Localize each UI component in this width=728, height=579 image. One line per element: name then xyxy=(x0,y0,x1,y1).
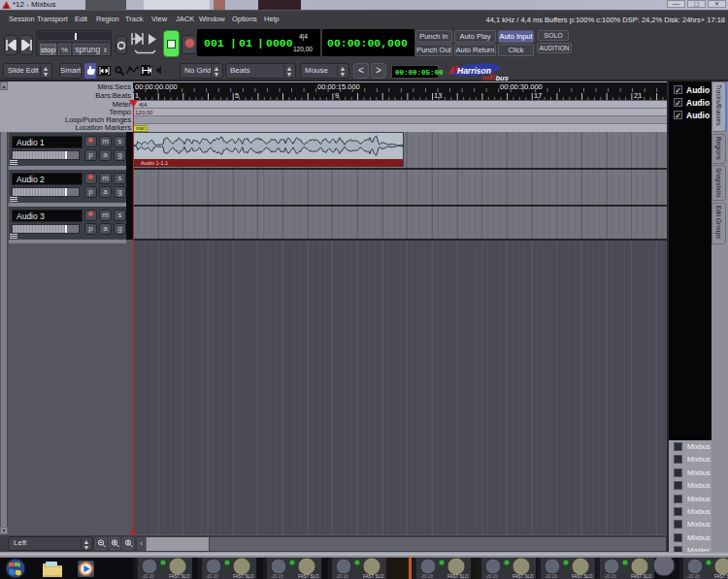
svg-text:-20 20: -20 20 xyxy=(271,574,283,579)
svg-text:FAST SLO: FAST SLO xyxy=(513,574,534,579)
svg-text:-20 20: -20 20 xyxy=(206,574,218,579)
svg-text:-20 20: -20 20 xyxy=(420,574,433,579)
svg-text:-20 20: -20 20 xyxy=(142,574,154,579)
svg-text:FAST SLO: FAST SLO xyxy=(233,574,254,579)
svg-text:-20 20: -20 20 xyxy=(336,574,348,579)
svg-text:FAST SLO: FAST SLO xyxy=(447,574,469,579)
svg-text:-20 20: -20 20 xyxy=(687,574,700,579)
svg-text:FAST SLO: FAST SLO xyxy=(572,574,593,579)
svg-text:-20 20: -20 20 xyxy=(485,574,498,579)
svg-text:-20 20: -20 20 xyxy=(604,574,616,579)
svg-text:FAST SLO: FAST SLO xyxy=(169,574,190,579)
svg-text:FAST SLO: FAST SLO xyxy=(363,574,384,579)
svg-text:FAST SLO: FAST SLO xyxy=(298,574,319,579)
svg-text:-20 20: -20 20 xyxy=(545,574,557,579)
svg-text:FAST SLO: FAST SLO xyxy=(714,574,728,579)
svg-text:FAST SLO: FAST SLO xyxy=(631,574,652,579)
